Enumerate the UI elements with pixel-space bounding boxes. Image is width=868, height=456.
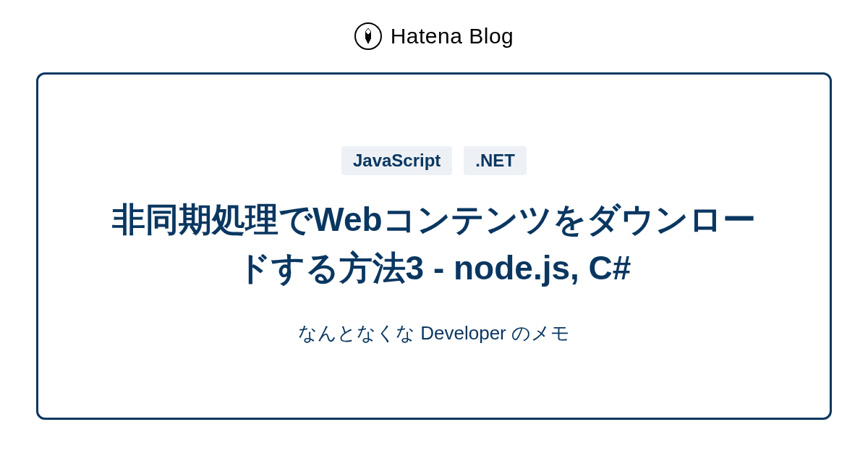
tag: .NET <box>464 146 527 175</box>
article-card: JavaScript .NET 非同期処理でWebコンテンツをダウンロードする方… <box>36 72 832 420</box>
hatena-logo-icon <box>354 22 382 50</box>
tag: JavaScript <box>341 146 452 175</box>
tag-list: JavaScript .NET <box>341 146 527 175</box>
logo-text: Hatena Blog <box>391 24 514 48</box>
blog-name: なんとなくな Developer のメモ <box>298 321 570 346</box>
article-title: 非同期処理でWebコンテンツをダウンロードする方法3 - node.js, C# <box>101 195 767 292</box>
header: Hatena Blog <box>0 0 868 72</box>
